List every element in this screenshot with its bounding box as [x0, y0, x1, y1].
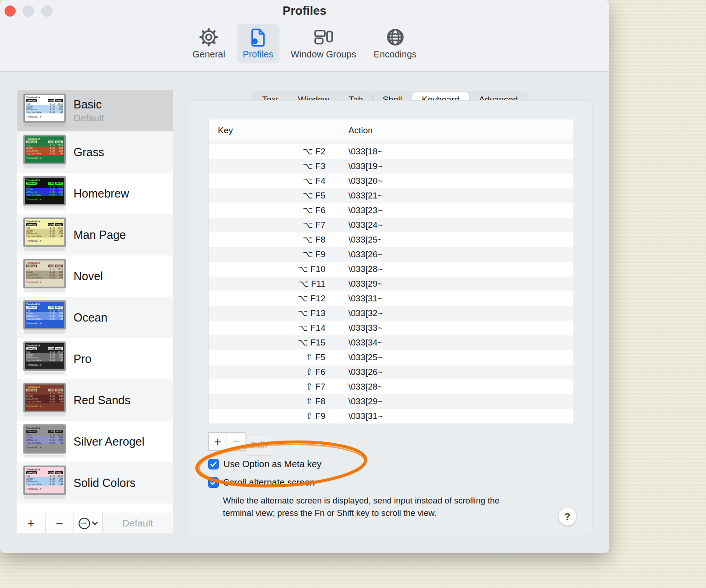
profile-list: Terminal1# COMMAND %CPU RPRVT top4.1%231…	[17, 90, 173, 514]
toolbar-item-profiles[interactable]: Profiles	[237, 24, 279, 63]
scroll-alternate-screen-checkbox[interactable]	[208, 477, 219, 488]
table-row[interactable]: ⌥ F14 \033[33~	[209, 321, 573, 335]
thumbnail-reflection	[24, 496, 65, 500]
profile-texts: Grass	[74, 146, 104, 159]
add-binding-button[interactable]: +	[208, 432, 227, 451]
profile-list-item[interactable]: Terminal1# COMMAND %CPU RPRVT top4.1%231…	[17, 338, 173, 379]
key-cell: ⌥ F6	[209, 203, 325, 218]
table-row[interactable]: ⌥ F4 \033[20~	[209, 174, 573, 188]
key-cell: ⌥ F3	[209, 159, 325, 174]
default-button[interactable]: Default	[102, 513, 173, 533]
action-cell: \033[28~	[348, 262, 383, 277]
action-cell: \033[24~	[348, 218, 383, 232]
key-cell: ⌥ F2	[209, 144, 325, 159]
table-row[interactable]: ⌥ F8 \033[25~	[209, 232, 573, 247]
help-button[interactable]: ?	[558, 508, 576, 526]
profile-name: Grass	[74, 146, 104, 159]
key-cell: ⌥ F5	[209, 188, 325, 203]
profile-thumbnail: Terminal1# COMMAND %CPU RPRVT top4.1%231…	[23, 259, 66, 293]
table-row[interactable]: ⌥ F11 \033[29~	[209, 277, 573, 291]
key-cell: ⌥ F11	[209, 277, 325, 291]
action-cell: \033[25~	[348, 232, 383, 247]
profile-thumbnail: Terminal1# COMMAND %CPU RPRVT top4.1%231…	[23, 342, 66, 376]
thumbnail-reflection	[24, 455, 65, 458]
profile-texts: Homebrew	[74, 187, 129, 200]
key-cell: ⌥ F4	[209, 174, 325, 188]
table-row[interactable]: ⇧ F7 \033[28~	[209, 379, 573, 394]
key-cell: ⌥ F10	[209, 262, 325, 277]
table-row[interactable]: ⌥ F15 \033[34~	[209, 335, 573, 350]
key-cell: ⌥ F7	[209, 218, 325, 232]
edit-binding-button[interactable]: Edit	[247, 435, 271, 456]
key-cell: ⌥ F9	[209, 247, 325, 262]
window-title: Profiles	[0, 4, 609, 18]
use-option-as-meta-key-checkbox[interactable]	[208, 459, 219, 469]
preferences-window: Profiles General	[0, 0, 609, 553]
action-cell: \033[19~	[348, 159, 383, 174]
table-row[interactable]: ⇧ F6 \033[26~	[209, 365, 573, 379]
profile-sidebar: Terminal1# COMMAND %CPU RPRVT top4.1%231…	[17, 90, 173, 534]
remove-binding-button[interactable]: −	[227, 432, 245, 451]
action-cell: \033[31~	[348, 409, 383, 424]
use-option-as-meta-key-label: Use Option as Meta key	[223, 459, 321, 469]
key-cell: ⌥ F13	[209, 306, 325, 321]
more-options-button[interactable]: •••	[74, 513, 102, 533]
profile-texts: Solid Colors	[74, 476, 136, 490]
column-header-action: Action	[348, 119, 373, 141]
thumbnail-reflection	[24, 289, 65, 293]
table-row[interactable]: ⇧ F5 \033[25~	[209, 350, 573, 365]
profile-thumbnail: Terminal1# COMMAND %CPU RPRVT top4.1%231…	[23, 383, 66, 417]
table-header: Key Action	[209, 119, 573, 141]
toolbar-label: Encodings	[374, 49, 416, 60]
toolbar-item-window-groups[interactable]: Window Groups	[285, 24, 362, 63]
profile-list-item[interactable]: Terminal1# COMMAND %CPU RPRVT top4.1%231…	[17, 255, 173, 297]
key-bindings-table: Key Action ⌥ F2 \033[18~ ⌥ F3 \033[19~	[208, 119, 573, 424]
profile-name: Red Sands	[74, 394, 131, 407]
profile-list-item[interactable]: Terminal1# COMMAND %CPU RPRVT top4.1%231…	[17, 214, 173, 255]
globe-icon	[385, 27, 406, 48]
profile-list-footer: + − ••• Default	[17, 513, 173, 533]
add-profile-button[interactable]: +	[17, 513, 46, 533]
column-divider[interactable]	[337, 124, 337, 137]
table-row[interactable]: ⌥ F2 \033[18~	[209, 144, 573, 159]
thumbnail-reflection	[24, 207, 65, 210]
mini-terminal-preview: Terminal1# COMMAND %CPU RPRVT top4.1%231…	[25, 260, 64, 287]
mini-terminal-preview: Terminal1# COMMAND %CPU RPRVT top4.1%231…	[25, 302, 64, 328]
toolbar-item-general[interactable]: General	[187, 24, 231, 63]
table-row[interactable]: ⌥ F3 \033[19~	[209, 159, 573, 174]
table-row[interactable]: ⌥ F13 \033[32~	[209, 306, 573, 321]
action-cell: \033[26~	[348, 365, 383, 379]
profile-thumbnail: Terminal1# COMMAND %CPU RPRVT top4.1%231…	[23, 135, 66, 169]
table-row[interactable]: ⌥ F6 \033[23~	[209, 203, 573, 218]
profile-list-item[interactable]: Terminal1# COMMAND %CPU RPRVT top4.1%231…	[17, 90, 173, 131]
action-cell: \033[29~	[348, 277, 383, 291]
profile-name: Novel	[74, 270, 103, 283]
table-row[interactable]: ⌥ F12 \033[31~	[209, 291, 573, 306]
table-row[interactable]: ⇧ F9 \033[31~	[209, 409, 573, 424]
profile-texts: Ocean	[74, 311, 108, 324]
profile-texts: Man Page	[74, 228, 126, 242]
profile-list-item[interactable]: Terminal1# COMMAND %CPU RPRVT top4.1%231…	[17, 462, 173, 503]
mini-terminal-preview: Terminal1# COMMAND %CPU RPRVT top4.1%231…	[25, 343, 64, 369]
profile-list-item[interactable]: Terminal1# COMMAND %CPU RPRVT top4.1%231…	[17, 379, 173, 421]
table-row[interactable]: ⌥ F7 \033[24~	[209, 218, 573, 232]
table-row[interactable]: ⇧ F8 \033[29~	[209, 394, 573, 409]
profile-list-item[interactable]: Terminal1# COMMAND %CPU RPRVT top4.1%231…	[17, 173, 173, 214]
chevron-down-icon	[92, 521, 98, 526]
profile-thumbnail: Terminal1# COMMAND %CPU RPRVT top4.1%231…	[23, 218, 66, 252]
action-cell: \033[25~	[348, 350, 383, 365]
profile-thumbnail: Terminal1# COMMAND %CPU RPRVT top4.1%231…	[23, 94, 66, 128]
table-row[interactable]: ⌥ F5 \033[21~	[209, 188, 573, 203]
document-gear-icon	[247, 27, 268, 48]
toolbar-item-encodings[interactable]: Encodings	[368, 24, 422, 63]
checkmark-icon	[210, 480, 217, 486]
profile-list-item[interactable]: Terminal1# COMMAND %CPU RPRVT top4.1%231…	[17, 421, 173, 462]
mini-terminal-preview: Terminal1# COMMAND %CPU RPRVT top4.1%231…	[25, 178, 64, 204]
profile-thumbnail: Terminal1# COMMAND %CPU RPRVT top4.1%231…	[23, 466, 66, 500]
profile-texts: Pro	[74, 352, 91, 366]
remove-profile-button[interactable]: −	[46, 513, 74, 533]
table-row[interactable]: ⌥ F9 \033[26~	[209, 247, 573, 262]
profile-list-item[interactable]: Terminal1# COMMAND %CPU RPRVT top4.1%231…	[17, 297, 173, 338]
profile-list-item[interactable]: Terminal1# COMMAND %CPU RPRVT top4.1%231…	[17, 131, 173, 173]
table-row[interactable]: ⌥ F10 \033[28~	[209, 262, 573, 277]
